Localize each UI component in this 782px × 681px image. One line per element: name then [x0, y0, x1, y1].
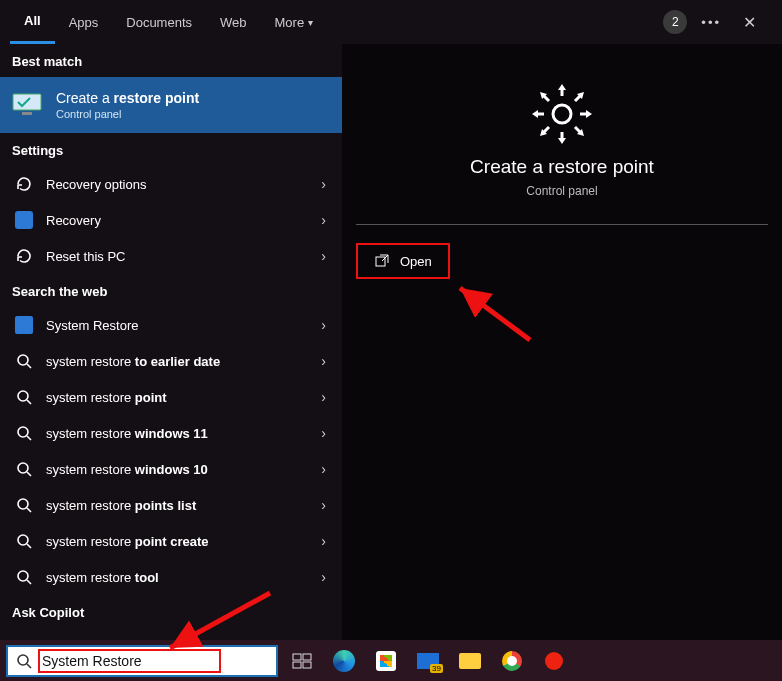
tab-apps[interactable]: Apps: [55, 0, 113, 44]
web-result[interactable]: system restore points list›: [0, 487, 342, 523]
preview-title: Create a restore point: [356, 156, 768, 178]
web-result[interactable]: system restore windows 11›: [0, 415, 342, 451]
svg-rect-22: [293, 662, 301, 668]
result-text: System Restore: [46, 318, 313, 333]
record-icon[interactable]: [536, 645, 572, 677]
search-web-label: Search the web: [0, 274, 342, 307]
recovery-app-icon: [12, 211, 36, 229]
task-view-icon[interactable]: [284, 645, 320, 677]
web-result[interactable]: system restore point›: [0, 379, 342, 415]
search-icon: [16, 653, 32, 669]
result-reset-pc[interactable]: Reset this PC ›: [0, 238, 342, 274]
taskbar: 39: [0, 640, 782, 681]
svg-rect-20: [293, 654, 301, 660]
settings-label: Settings: [0, 133, 342, 166]
svg-line-11: [27, 508, 31, 512]
svg-point-12: [18, 535, 28, 545]
search-icon: [12, 461, 36, 477]
web-result[interactable]: system restore to earlier date›: [0, 343, 342, 379]
chevron-right-icon: ›: [313, 497, 334, 513]
svg-line-15: [27, 580, 31, 584]
result-text: system restore tool: [46, 570, 313, 585]
system-restore-icon: [12, 316, 36, 334]
svg-rect-23: [303, 662, 311, 668]
result-text: system restore point create: [46, 534, 313, 549]
reset-icon: [12, 247, 36, 265]
svg-point-8: [18, 463, 28, 473]
divider: [356, 224, 768, 225]
best-match-result[interactable]: Create a restore point Control panel: [0, 77, 342, 133]
web-result[interactable]: system restore point create›: [0, 523, 342, 559]
chrome-icon[interactable]: [494, 645, 530, 677]
svg-line-9: [27, 472, 31, 476]
ask-copilot-label: Ask Copilot: [0, 595, 342, 628]
chevron-right-icon: ›: [313, 317, 334, 333]
tab-all[interactable]: All: [10, 0, 55, 44]
monitor-icon: [12, 92, 46, 118]
gear-icon: [530, 82, 594, 146]
search-icon: [12, 533, 36, 549]
search-icon: [12, 569, 36, 585]
recovery-icon: [12, 175, 36, 193]
more-options-icon[interactable]: •••: [701, 15, 721, 30]
taskbar-search-box[interactable]: [6, 645, 278, 677]
chevron-right-icon: ›: [313, 533, 334, 549]
close-icon[interactable]: ✕: [735, 9, 764, 36]
svg-point-4: [18, 391, 28, 401]
svg-rect-17: [376, 257, 385, 266]
notification-badge[interactable]: 2: [663, 10, 687, 34]
search-icon: [12, 497, 36, 513]
svg-point-18: [18, 655, 28, 665]
result-text: system restore windows 10: [46, 462, 313, 477]
chevron-right-icon: ›: [313, 389, 334, 405]
open-button[interactable]: Open: [356, 243, 450, 279]
chevron-right-icon: ›: [313, 248, 334, 264]
best-match-label: Best match: [0, 44, 342, 77]
best-match-subtitle: Control panel: [56, 108, 199, 120]
search-tabs: All Apps Documents Web More▾ 2 ••• ✕: [0, 0, 782, 44]
svg-line-13: [27, 544, 31, 548]
edge-icon[interactable]: [326, 645, 362, 677]
result-recovery-options[interactable]: Recovery options ›: [0, 166, 342, 202]
search-icon: [12, 389, 36, 405]
chevron-down-icon: ▾: [308, 17, 313, 28]
svg-line-19: [27, 664, 31, 668]
taskbar-search-input[interactable]: [42, 653, 217, 669]
preview-pane: Create a restore point Control panel Ope…: [342, 44, 782, 640]
svg-point-2: [18, 355, 28, 365]
chevron-right-icon: ›: [313, 353, 334, 369]
file-explorer-icon[interactable]: [452, 645, 488, 677]
tab-web[interactable]: Web: [206, 0, 261, 44]
chevron-right-icon: ›: [313, 461, 334, 477]
svg-line-7: [27, 436, 31, 440]
chevron-right-icon: ›: [313, 569, 334, 585]
best-match-title: Create a restore point: [56, 90, 199, 106]
chevron-right-icon: ›: [313, 176, 334, 192]
result-text: system restore points list: [46, 498, 313, 513]
svg-point-14: [18, 571, 28, 581]
search-icon: [12, 353, 36, 369]
result-recovery[interactable]: Recovery ›: [0, 202, 342, 238]
svg-line-3: [27, 364, 31, 368]
results-list: Best match Create a restore point Contro…: [0, 44, 342, 640]
search-icon: [12, 425, 36, 441]
open-icon: [374, 253, 390, 269]
web-result[interactable]: system restore tool›: [0, 559, 342, 595]
result-text: system restore windows 11: [46, 426, 313, 441]
svg-point-10: [18, 499, 28, 509]
svg-point-16: [553, 105, 571, 123]
svg-rect-21: [303, 654, 311, 660]
tab-more[interactable]: More▾: [261, 0, 328, 44]
mail-icon[interactable]: 39: [410, 645, 446, 677]
svg-point-6: [18, 427, 28, 437]
chevron-right-icon: ›: [313, 425, 334, 441]
web-result[interactable]: system restore windows 10›: [0, 451, 342, 487]
tab-documents[interactable]: Documents: [112, 0, 206, 44]
chevron-right-icon: ›: [313, 212, 334, 228]
preview-subtitle: Control panel: [356, 184, 768, 198]
result-text: system restore point: [46, 390, 313, 405]
result-text: system restore to earlier date: [46, 354, 313, 369]
web-result[interactable]: System Restore›: [0, 307, 342, 343]
store-icon[interactable]: [368, 645, 404, 677]
windows-search-panel: All Apps Documents Web More▾ 2 ••• ✕ Bes…: [0, 0, 782, 640]
